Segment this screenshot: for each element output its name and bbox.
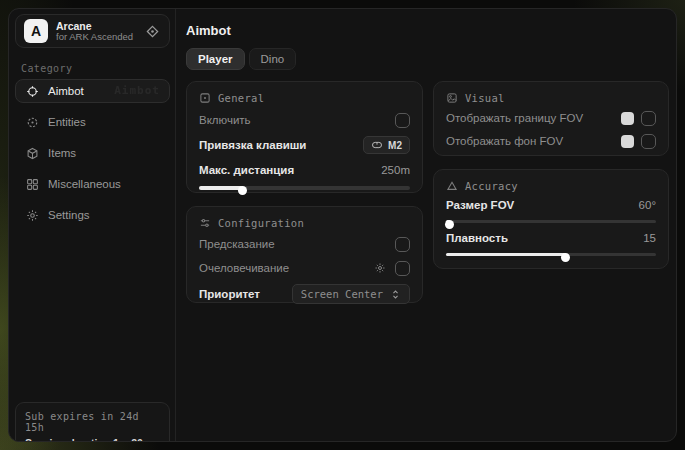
target-box-icon bbox=[199, 92, 211, 104]
priority-label: Приоритет bbox=[199, 288, 292, 300]
smoothness-value: 15 bbox=[643, 232, 656, 244]
fov-border-checkbox[interactable] bbox=[641, 111, 656, 126]
slider-fill bbox=[199, 186, 243, 190]
general-header-label: General bbox=[218, 92, 264, 104]
image-icon bbox=[446, 92, 458, 104]
tab-player[interactable]: Player bbox=[186, 48, 245, 70]
distance-slider[interactable] bbox=[199, 186, 410, 190]
accuracy-card: Accuracy Размер FOV 60° Плавность 15 bbox=[433, 169, 669, 269]
general-card: General Включить Привязка клавиши M2 bbox=[186, 81, 423, 193]
session-info-card: Sub expires in 24d 15h Session duration … bbox=[15, 402, 170, 442]
fov-size-label: Размер FOV bbox=[446, 199, 639, 211]
sidebar-item-label: Items bbox=[48, 147, 76, 159]
distance-value: 250m bbox=[381, 164, 410, 176]
keybind-row: Привязка клавиши M2 bbox=[199, 136, 410, 154]
humanization-gear-icon[interactable] bbox=[374, 262, 387, 275]
sidebar-item-entities[interactable]: Entities bbox=[15, 110, 170, 134]
fov-size-value: 60° bbox=[639, 199, 656, 211]
humanization-checkbox[interactable] bbox=[395, 261, 410, 276]
fov-bg-color-swatch[interactable] bbox=[621, 135, 634, 148]
keybind-label: Привязка клавиши bbox=[199, 139, 363, 151]
aimbot-ghost-watermark: Aimbot bbox=[114, 84, 160, 97]
prediction-row: Предсказание bbox=[199, 235, 410, 253]
humanization-label: Очеловечивание bbox=[199, 262, 374, 274]
sub-expires-text: Sub expires in 24d 15h bbox=[25, 411, 160, 433]
slider-knob[interactable] bbox=[445, 220, 454, 229]
chevrons-up-down-icon bbox=[390, 289, 401, 300]
scan-icon bbox=[25, 115, 39, 129]
keybind-value: M2 bbox=[388, 140, 402, 151]
slider-knob[interactable] bbox=[238, 186, 247, 195]
sidebar: A Arcane for ARK Ascended Category Aimbo… bbox=[9, 9, 176, 441]
crosshair-icon bbox=[25, 84, 39, 98]
visual-header-label: Visual bbox=[465, 92, 505, 104]
configuration-header-label: Configuration bbox=[218, 217, 304, 229]
humanization-row: Очеловечивание bbox=[199, 259, 410, 277]
sidebar-item-label: Entities bbox=[48, 116, 86, 128]
sidebar-item-label: Settings bbox=[48, 209, 90, 221]
enable-checkbox[interactable] bbox=[395, 113, 410, 128]
smoothness-slider[interactable] bbox=[446, 251, 656, 258]
distance-label: Макс. дистанция bbox=[199, 164, 381, 176]
accuracy-header-label: Accuracy bbox=[465, 180, 518, 192]
smoothness-label: Плавность bbox=[446, 232, 643, 244]
visual-card: Visual Отображать границу FOV Отображать… bbox=[433, 81, 669, 156]
menu-window: A Arcane for ARK Ascended Category Aimbo… bbox=[8, 8, 677, 442]
sidebar-item-miscellaneous[interactable]: Miscellaneous bbox=[15, 172, 170, 196]
sidebar-item-label: Aimbot bbox=[48, 85, 84, 97]
tab-dino[interactable]: Dino bbox=[249, 48, 297, 70]
fov-border-row: Отображать границу FOV bbox=[446, 109, 656, 127]
smoothness-row: Плавность 15 bbox=[446, 229, 656, 247]
mouse-icon bbox=[371, 139, 383, 151]
app-subtitle: for ARK Ascended bbox=[56, 32, 137, 43]
sidebar-item-settings[interactable]: Settings bbox=[15, 203, 170, 227]
page-title: Aimbot bbox=[186, 23, 231, 38]
sliders-icon bbox=[199, 217, 211, 229]
fov-bg-checkbox[interactable] bbox=[641, 134, 656, 149]
target-icon[interactable] bbox=[145, 23, 161, 39]
priority-value: Screen Center bbox=[301, 288, 383, 300]
logo-card: A Arcane for ARK Ascended bbox=[15, 14, 170, 48]
app-logo: A bbox=[24, 19, 48, 43]
enable-label: Включить bbox=[199, 114, 395, 126]
fov-size-row: Размер FOV 60° bbox=[446, 196, 656, 214]
enable-row: Включить bbox=[199, 111, 410, 129]
configuration-card-header: Configuration bbox=[199, 217, 410, 229]
accuracy-card-header: Accuracy bbox=[446, 180, 656, 192]
fov-border-color-swatch[interactable] bbox=[621, 112, 634, 125]
tab-bar: Player Dino bbox=[186, 48, 296, 70]
app-title: Arcane bbox=[56, 20, 137, 32]
sidebar-nav: Aimbot Aimbot Entities Items bbox=[15, 79, 170, 227]
gear-icon bbox=[25, 208, 39, 222]
priority-dropdown[interactable]: Screen Center bbox=[292, 284, 410, 304]
slider-fill bbox=[446, 253, 566, 257]
fov-bg-row: Отображать фон FOV bbox=[446, 132, 656, 150]
sidebar-item-items[interactable]: Items bbox=[15, 141, 170, 165]
configuration-card: Configuration Предсказание Очеловечивани… bbox=[186, 206, 423, 303]
slider-knob[interactable] bbox=[561, 253, 570, 262]
fov-bg-label: Отображать фон FOV bbox=[446, 135, 621, 147]
visual-card-header: Visual bbox=[446, 92, 656, 104]
prediction-label: Предсказание bbox=[199, 238, 395, 250]
main-content: Aimbot Player Dino General Включить Прив… bbox=[176, 9, 676, 441]
fov-border-label: Отображать границу FOV bbox=[446, 112, 621, 124]
prediction-checkbox[interactable] bbox=[395, 237, 410, 252]
fov-size-slider[interactable] bbox=[446, 218, 656, 225]
logo-text: Arcane for ARK Ascended bbox=[56, 20, 137, 43]
general-card-header: General bbox=[199, 92, 410, 104]
priority-row: Приоритет Screen Center bbox=[199, 283, 410, 305]
slider-track bbox=[446, 220, 656, 224]
slider-fill bbox=[446, 220, 450, 224]
keybind-button[interactable]: M2 bbox=[363, 136, 410, 154]
triangle-icon bbox=[446, 180, 458, 192]
package-icon bbox=[25, 146, 39, 160]
sidebar-item-aimbot[interactable]: Aimbot Aimbot bbox=[15, 79, 170, 103]
grid-icon bbox=[25, 177, 39, 191]
session-duration-text: Session duration 1m 20s bbox=[25, 437, 160, 442]
sidebar-item-label: Miscellaneous bbox=[48, 178, 121, 190]
category-label: Category bbox=[21, 63, 72, 74]
distance-row: Макс. дистанция 250m bbox=[199, 161, 410, 179]
